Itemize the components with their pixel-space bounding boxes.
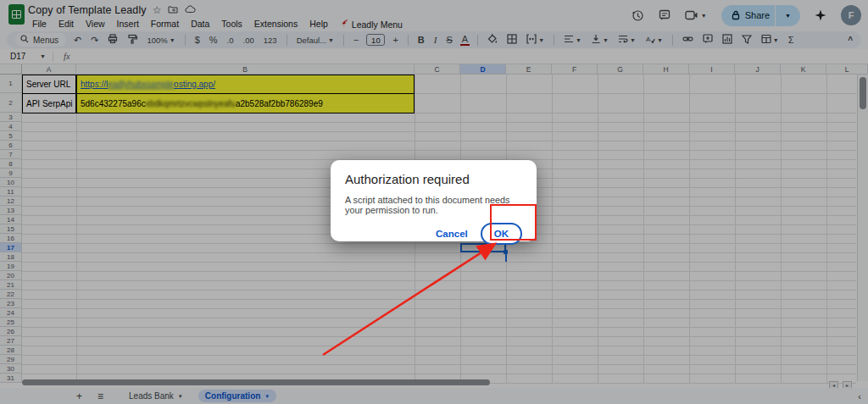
cancel-button[interactable]: Cancel [436,229,468,239]
google-sheets-app: Copy of Template Leadly ☆ FileEditViewIn… [0,0,868,404]
ok-button[interactable]: OK [481,223,522,245]
dialog-body: A script attached to this document needs… [345,195,522,215]
authorization-dialog: Authorization required A script attached… [331,160,537,241]
dialog-title: Authorization required [345,172,522,186]
